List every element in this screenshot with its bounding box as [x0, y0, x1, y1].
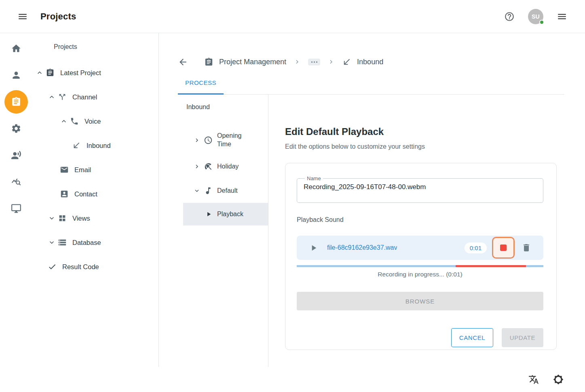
tab-bar: PROCESS — [178, 69, 564, 95]
voice-over-icon — [11, 150, 21, 160]
person-icon — [11, 70, 21, 80]
name-field-label: Name — [305, 175, 323, 181]
chevron-right-icon — [294, 58, 301, 65]
sidebar-header: Projects — [32, 33, 158, 61]
rail-item-users[interactable] — [0, 62, 32, 89]
grid-icon — [58, 214, 67, 223]
clipboard-icon — [46, 68, 55, 77]
rail-item-agents[interactable] — [0, 142, 32, 169]
tree-item-label: Views — [72, 215, 90, 222]
gear-icon — [11, 123, 21, 134]
tree-item-label: Inbound — [87, 142, 111, 150]
overflow-menu-icon[interactable] — [557, 11, 567, 22]
tree-item-label: Voice — [84, 118, 101, 125]
tree-item-email[interactable]: Email — [32, 158, 158, 182]
tree-item-latest-project[interactable]: Latest Project — [32, 61, 158, 85]
tab-process[interactable]: PROCESS — [178, 72, 224, 95]
help-icon[interactable] — [504, 11, 515, 22]
chevron-down-icon[interactable] — [193, 187, 201, 194]
audio-filename[interactable]: file-68c9162e93e37.wav — [327, 244, 397, 251]
inbound-call-icon — [72, 141, 81, 150]
process-item-label: Opening Time — [217, 132, 256, 149]
inbound-call-icon — [342, 57, 351, 67]
play-icon[interactable] — [309, 243, 318, 253]
process-item-holiday[interactable]: Holiday — [178, 154, 268, 179]
tree-item-database[interactable]: Database — [32, 230, 158, 255]
panel-title: Edit Default Playback — [285, 126, 585, 137]
analytics-icon — [11, 177, 21, 187]
tree-item-label: Result Code — [62, 263, 99, 271]
avatar-initials: SU — [532, 13, 540, 20]
process-item-label: Default — [217, 187, 238, 195]
back-arrow-icon[interactable] — [178, 57, 188, 67]
process-item-label: Holiday — [217, 162, 239, 171]
update-button[interactable]: UPDATE — [502, 328, 543, 347]
channel-icon — [58, 93, 67, 101]
tree-item-inbound[interactable]: Inbound — [32, 133, 158, 158]
browse-button[interactable]: BROWSE — [297, 292, 543, 310]
avatar[interactable]: SU — [528, 9, 543, 24]
home-icon — [11, 43, 21, 54]
name-input[interactable] — [303, 181, 537, 191]
music-note-icon — [204, 186, 213, 195]
settings-card: Name Playback Sound file-68c9162e93e37.w… — [285, 163, 557, 350]
brightness-icon[interactable] — [553, 374, 564, 385]
stop-icon — [500, 244, 507, 251]
email-icon — [60, 165, 69, 174]
breadcrumb-ellipsis-button[interactable] — [308, 59, 320, 65]
chevron-down-icon[interactable] — [48, 214, 56, 222]
trash-icon[interactable] — [522, 243, 531, 253]
chevron-right-icon[interactable] — [193, 163, 201, 170]
cancel-button[interactable]: CANCEL — [451, 328, 493, 347]
tree-item-label: Email — [74, 166, 91, 174]
tree-item-label: Latest Project — [60, 69, 101, 77]
process-sidebar-header: Inbound — [186, 103, 268, 111]
tree-item-voice[interactable]: Voice — [32, 109, 158, 133]
process-item-label: Playback — [217, 210, 243, 219]
breadcrumb-item-inbound[interactable]: Inbound — [342, 57, 383, 67]
online-status-dot — [539, 20, 544, 25]
tree-item-result-code[interactable]: Result Code — [32, 255, 158, 279]
tree-item-contact[interactable]: Contact — [32, 182, 158, 206]
chevron-up-icon[interactable] — [48, 93, 56, 101]
play-icon — [205, 211, 212, 218]
phone-icon — [70, 117, 79, 126]
breadcrumb-item-project[interactable]: Project Management — [204, 57, 286, 67]
holiday-icon — [204, 162, 213, 171]
tree-item-label: Database — [72, 239, 101, 247]
breadcrumb-label: Project Management — [219, 58, 286, 66]
process-item-playback-selected[interactable]: Playback — [183, 203, 268, 226]
project-sidebar: Projects Latest Project Channel Voice In… — [32, 33, 159, 367]
process-item-default[interactable]: Default — [178, 179, 268, 203]
footer-bar — [0, 367, 585, 392]
breadcrumb-label: Inbound — [357, 58, 383, 66]
recording-progress-segment — [456, 265, 526, 267]
main-content: Project Management Inbound PROCESS Inbou… — [159, 33, 585, 367]
database-icon — [58, 238, 67, 247]
contact-card-icon — [60, 190, 69, 198]
tree-item-channel[interactable]: Channel — [32, 85, 158, 109]
chevron-up-icon[interactable] — [36, 69, 44, 77]
check-icon — [48, 262, 57, 271]
recording-progress-bar — [297, 265, 543, 267]
clock-icon — [204, 136, 213, 145]
rail-item-projects-active[interactable] — [0, 89, 32, 115]
playback-sound-label: Playback Sound — [297, 216, 543, 223]
clipboard-icon — [11, 97, 21, 107]
process-item-opening-time[interactable]: Opening Time — [178, 126, 268, 154]
rail-item-home[interactable] — [0, 35, 32, 62]
translate-icon[interactable] — [528, 374, 539, 385]
rail-item-monitor[interactable] — [0, 195, 32, 222]
chevron-right-icon[interactable] — [193, 137, 201, 144]
chevron-right-icon — [327, 58, 335, 65]
panel-subtitle: Edit the options below to customize your… — [285, 143, 585, 150]
hamburger-menu-icon[interactable] — [17, 11, 28, 22]
stop-recording-button[interactable] — [492, 237, 515, 259]
rail-item-settings[interactable] — [0, 115, 32, 142]
chevron-down-icon[interactable] — [48, 238, 56, 247]
recording-status-text: Recording in progress... (0:01) — [297, 271, 543, 278]
chevron-up-icon[interactable] — [60, 117, 68, 125]
rail-item-analytics[interactable] — [0, 169, 32, 195]
tree-item-views[interactable]: Views — [32, 206, 158, 230]
process-sidebar: Inbound Opening Time Holiday — [178, 95, 268, 367]
